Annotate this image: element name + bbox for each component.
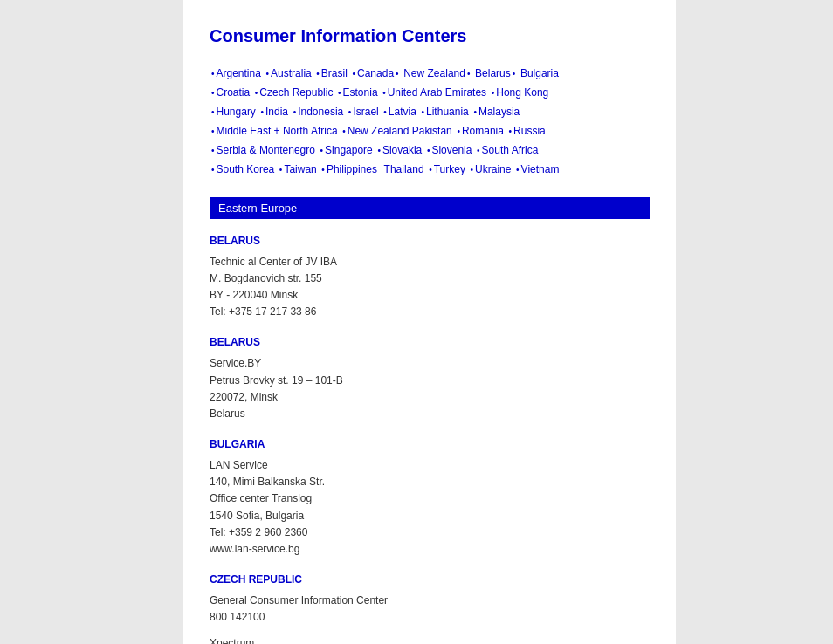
link-southafrica[interactable]: South Africa <box>482 144 539 156</box>
country-title-bulgaria: BULGARIA <box>210 438 650 450</box>
link-slovakia[interactable]: Slovakia <box>382 144 422 156</box>
link-romania[interactable]: Romania <box>462 125 504 137</box>
link-hongkong[interactable]: Hong Kong <box>496 86 548 99</box>
link-australia[interactable]: Australia <box>271 67 312 79</box>
link-middleeast[interactable]: Middle East + North Africa <box>217 125 338 137</box>
link-ukraine[interactable]: Ukraine <box>475 163 511 175</box>
country-title-czech: CZECH REPUBLIC <box>210 573 650 586</box>
address-block-belarus-2: Service.BY Petrus Brovky st. 19 – 101-B … <box>210 355 650 422</box>
links-section: •Argentina •Australia •Brasil •Canada• N… <box>210 64 650 180</box>
bullet-icon: • <box>266 69 270 79</box>
address-block-bulgaria: LAN Service 140, Mimi Balkanska Str. Off… <box>210 457 650 558</box>
link-turkey[interactable]: Turkey <box>434 163 465 175</box>
link-uae[interactable]: United Arab Emirates <box>388 86 486 99</box>
link-canada[interactable]: Canada <box>357 67 394 79</box>
country-entry-belarus-1: BELARUS Technic al Center of JV IBA M. B… <box>210 235 650 321</box>
address-block-belarus-1: Technic al Center of JV IBA M. Bogdanovi… <box>210 254 650 321</box>
link-israel[interactable]: Israel <box>353 106 378 118</box>
link-taiwan[interactable]: Taiwan <box>284 163 316 175</box>
links-row-2: •Croatia •Czech Republic •Estonia •Unite… <box>210 83 650 102</box>
link-lithuania[interactable]: Lithuania <box>426 106 469 118</box>
address-block-czech-2: Xpectrum Lu.ná 591/4 CZ - 160 00 Praha 6… <box>210 635 650 644</box>
links-row-1: •Argentina •Australia •Brasil •Canada• N… <box>210 64 650 83</box>
country-entry-belarus-2: BELARUS Service.BY Petrus Brovky st. 19 … <box>210 336 650 422</box>
link-singapore[interactable]: Singapore <box>325 144 373 156</box>
page-title: Consumer Information Centers <box>210 26 650 46</box>
link-philippines[interactable]: Philippines <box>327 163 377 175</box>
link-russia[interactable]: Russia <box>513 125 546 137</box>
links-row-6: •South Korea •Taiwan •Philippines Thaila… <box>210 160 650 179</box>
bullet-icon: • <box>353 69 356 79</box>
right-sidebar <box>676 0 833 644</box>
country-entry-bulgaria: BULGARIA LAN Service 140, Mimi Balkanska… <box>210 438 650 558</box>
link-hungary[interactable]: Hungary <box>217 106 256 118</box>
links-row-5: •Serbia & Montenegro •Singapore •Slovaki… <box>210 140 650 160</box>
country-title-belarus-2: BELARUS <box>210 336 650 348</box>
links-row-4: •Middle East + North Africa •New Zealand… <box>210 121 650 140</box>
left-sidebar <box>0 0 183 644</box>
link-bulgaria[interactable]: Bulgaria <box>520 67 559 79</box>
link-india[interactable]: India <box>265 106 288 118</box>
links-row-3: •Hungary •India •Indonesia •Israel •Latv… <box>210 102 650 121</box>
link-slovenia[interactable]: Slovenia <box>431 144 472 156</box>
link-vietnam[interactable]: Vietnam <box>521 163 560 175</box>
link-serbia[interactable]: Serbia & Montenegro <box>217 144 315 156</box>
section-header: Eastern Europe <box>210 197 650 219</box>
bullet-icon: • <box>316 69 320 79</box>
link-brasil[interactable]: Brasil <box>321 67 348 79</box>
address-block-czech-1: General Consumer Information Center 800 … <box>210 593 650 626</box>
link-argentina[interactable]: Argentina <box>217 67 261 79</box>
link-belarus[interactable]: Belarus <box>475 67 511 79</box>
link-czech[interactable]: Czech Republic <box>259 86 333 99</box>
link-latvia[interactable]: Latvia <box>389 106 416 118</box>
link-indonesia[interactable]: Indonesia <box>298 106 343 118</box>
link-newzealand-pakistan[interactable]: New Zealand Pakistan <box>348 125 452 137</box>
bullet-icon: • <box>211 69 215 79</box>
country-entry-czech: CZECH REPUBLIC General Consumer Informat… <box>210 573 650 644</box>
main-content: Consumer Information Centers •Argentina … <box>183 0 676 644</box>
link-malaysia[interactable]: Malaysia <box>478 106 520 118</box>
country-title-belarus-1: BELARUS <box>210 235 650 247</box>
link-newzealand[interactable]: New Zealand <box>403 67 465 79</box>
link-estonia[interactable]: Estonia <box>343 86 378 99</box>
link-croatia[interactable]: Croatia <box>217 86 251 99</box>
link-thailand[interactable]: Thailand <box>384 163 424 175</box>
link-southkorea[interactable]: South Korea <box>217 163 275 175</box>
